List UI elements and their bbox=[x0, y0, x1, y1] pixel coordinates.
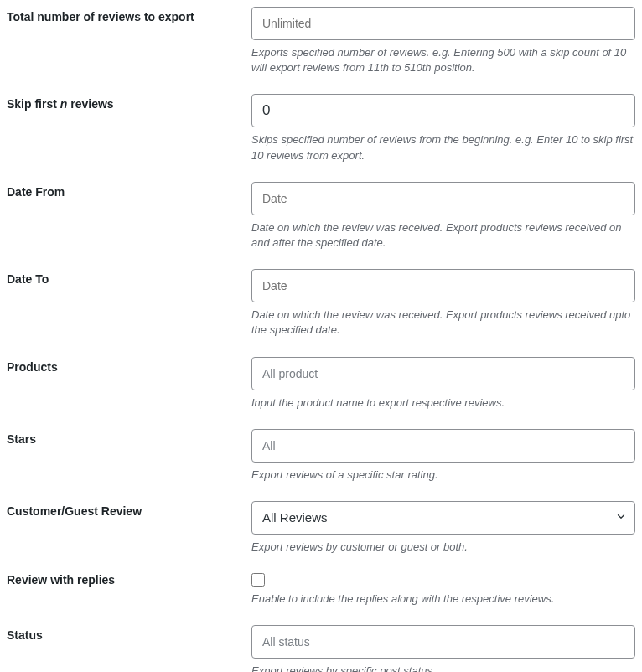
help-status: Export reviews by specific post status. bbox=[251, 664, 635, 672]
input-date-from[interactable] bbox=[251, 182, 635, 215]
row-replies: Review with replies Enable to include th… bbox=[7, 573, 635, 607]
select-wrap-customer-guest: All Reviews bbox=[251, 501, 635, 535]
label-replies: Review with replies bbox=[7, 573, 251, 587]
label-status: Status bbox=[7, 625, 251, 642]
row-date-to: Date To Date on which the review was rec… bbox=[7, 269, 635, 338]
label-customer-guest: Customer/Guest Review bbox=[7, 501, 251, 518]
help-date-to: Date on which the review was received. E… bbox=[251, 308, 635, 338]
col-date-to: Date on which the review was received. E… bbox=[251, 269, 635, 338]
col-stars: All Export reviews of a specific star ra… bbox=[251, 429, 635, 483]
select-customer-guest[interactable]: All Reviews bbox=[251, 501, 635, 535]
row-total-reviews: Total number of reviews to export Export… bbox=[7, 7, 635, 75]
help-total-reviews: Exports specified number of reviews. e.g… bbox=[251, 45, 635, 75]
input-total-reviews[interactable] bbox=[251, 7, 635, 40]
label-products: Products bbox=[7, 357, 251, 374]
col-customer-guest: All Reviews Export reviews by customer o… bbox=[251, 501, 635, 555]
label-date-from: Date From bbox=[7, 182, 251, 199]
help-skip: Skips specified number of reviews from t… bbox=[251, 132, 635, 163]
label-skip: Skip first n reviews bbox=[7, 94, 251, 111]
row-date-from: Date From Date on which the review was r… bbox=[7, 182, 635, 251]
col-total-reviews: Exports specified number of reviews. e.g… bbox=[251, 7, 635, 75]
input-products[interactable]: All product bbox=[251, 357, 635, 390]
row-products: Products All product Input the product n… bbox=[7, 357, 635, 411]
col-products: All product Input the product name to ex… bbox=[251, 357, 635, 411]
row-stars: Stars All Export reviews of a specific s… bbox=[7, 429, 635, 483]
help-customer-guest: Export reviews by customer or guest or b… bbox=[251, 540, 635, 555]
col-skip: Skips specified number of reviews from t… bbox=[251, 94, 635, 163]
label-date-to: Date To bbox=[7, 269, 251, 286]
label-total-reviews: Total number of reviews to export bbox=[7, 7, 251, 23]
col-status: All status Export reviews by specific po… bbox=[251, 625, 635, 672]
input-skip[interactable] bbox=[251, 94, 635, 127]
help-products: Input the product name to export respect… bbox=[251, 395, 635, 411]
help-date-from: Date on which the review was received. E… bbox=[251, 220, 635, 251]
input-stars[interactable]: All bbox=[251, 429, 635, 463]
label-stars: Stars bbox=[7, 429, 251, 446]
input-date-to[interactable] bbox=[251, 269, 635, 302]
row-customer-guest: Customer/Guest Review All Reviews Export… bbox=[7, 501, 635, 555]
row-status: Status All status Export reviews by spec… bbox=[7, 625, 635, 672]
help-stars: Export reviews of a specific star rating… bbox=[251, 468, 635, 483]
col-replies: Enable to include the replies along with… bbox=[251, 573, 635, 607]
input-status[interactable]: All status bbox=[251, 625, 635, 659]
help-replies: Enable to include the replies along with… bbox=[251, 592, 635, 607]
checkbox-replies[interactable] bbox=[251, 573, 265, 587]
col-date-from: Date on which the review was received. E… bbox=[251, 182, 635, 251]
row-skip: Skip first n reviews Skips specified num… bbox=[7, 94, 635, 163]
